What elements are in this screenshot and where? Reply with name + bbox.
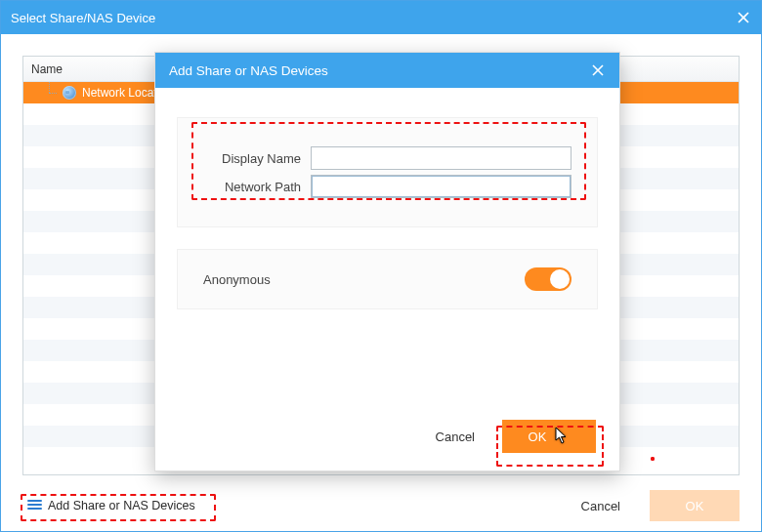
close-icon[interactable] [736, 10, 751, 25]
ok-button[interactable]: OK [650, 490, 740, 521]
toggle-knob [550, 269, 570, 289]
add-share-link[interactable]: Add Share or NAS Devices [22, 496, 200, 515]
footer-right: Cancel OK [581, 490, 740, 521]
network-path-row: Network Path [203, 175, 572, 198]
anonymous-block: Anonymous [177, 249, 598, 309]
add-share-link-label: Add Share or NAS Devices [48, 499, 195, 512]
anonymous-toggle[interactable] [525, 267, 572, 291]
form-block: Display Name Network Path [177, 117, 598, 227]
cursor-icon [554, 427, 570, 446]
cancel-button[interactable]: Cancel [436, 430, 475, 444]
add-share-titlebar: Add Share or NAS Devices [155, 53, 619, 88]
select-share-titlebar: Select Share/NAS Device [1, 1, 761, 34]
close-icon[interactable] [590, 62, 606, 78]
display-name-row: Display Name [203, 146, 572, 170]
display-name-label: Display Name [203, 151, 311, 166]
display-name-input[interactable] [311, 146, 572, 170]
ok-button-label: OK [529, 430, 547, 444]
network-path-input[interactable] [311, 175, 572, 198]
add-share-body: Display Name Network Path Anonymous [155, 88, 619, 309]
list-icon [27, 500, 42, 512]
cancel-button[interactable]: Cancel [581, 499, 620, 513]
network-path-label: Network Path [203, 180, 311, 194]
select-share-title: Select Share/NAS Device [11, 11, 155, 25]
add-share-title: Add Share or NAS Devices [169, 63, 328, 78]
globe-icon [63, 86, 76, 100]
tree-connector-icon [43, 82, 57, 103]
add-share-dialog: Add Share or NAS Devices Display Name Ne… [154, 52, 620, 471]
ok-button[interactable]: OK [502, 420, 596, 453]
add-share-footer: Cancel OK [436, 420, 596, 453]
anonymous-label: Anonymous [203, 272, 271, 287]
select-share-footer: Add Share or NAS Devices Cancel OK [1, 480, 761, 531]
